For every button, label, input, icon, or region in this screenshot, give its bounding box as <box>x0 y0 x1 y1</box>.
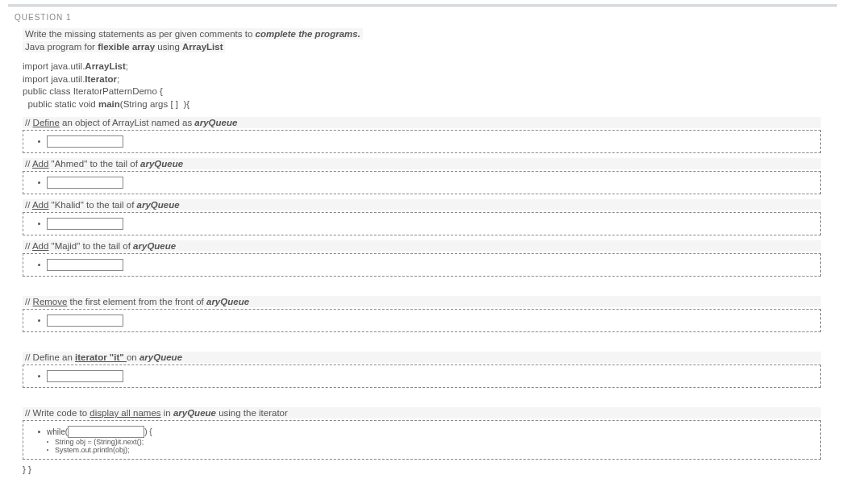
code-line: String obj = (String)it.next(); <box>55 438 144 446</box>
comment-underline: Define <box>33 118 60 127</box>
question-number: QUESTION 1 <box>8 13 837 22</box>
comment-prefix: // <box>25 159 32 169</box>
bullet-icon <box>38 223 40 225</box>
comment-underline: Add <box>32 159 48 169</box>
prompt-bold: ArrayList <box>182 42 223 52</box>
comment-emphasis: aryQueue <box>139 352 182 362</box>
comment-text: in <box>161 408 173 418</box>
comment-define-iterator: // Define an iterator "it" on aryQueue <box>23 352 821 363</box>
prompt-line-2: Java program for flexible array using Ar… <box>23 41 821 60</box>
bullet-icon <box>38 140 40 143</box>
code-bold: ArrayList <box>85 61 126 71</box>
comment-underline: Add <box>32 200 48 210</box>
bullet-icon <box>38 319 40 322</box>
comment-text: "Khalid" to the tail of <box>48 200 136 210</box>
code-text: (String args [ ] ){ <box>120 99 189 109</box>
answer-box-5 <box>23 309 821 332</box>
comment-text: // Define an <box>25 352 75 362</box>
answer-input-1[interactable] <box>47 135 123 148</box>
comment-text: "Ahmed" to the tail of <box>48 159 140 169</box>
answer-box-1 <box>23 130 821 153</box>
comment-prefix: // <box>25 118 33 127</box>
comment-emphasis: aryQueue <box>137 200 180 210</box>
answer-input-2[interactable] <box>47 177 123 189</box>
comment-text: // Write code to <box>25 408 89 418</box>
comment-emphasis: aryQueue <box>206 297 249 306</box>
code-text: public class IteratorPatternDemo { <box>23 85 821 98</box>
code-text: import java.util. <box>23 74 85 84</box>
bullet-icon <box>38 375 40 377</box>
comment-text: the first element from the front of <box>67 297 206 306</box>
bullet-icon <box>47 449 48 451</box>
prompt-text: Java program for <box>25 42 98 52</box>
prompt-text: Write the missing statements as per give… <box>25 29 255 39</box>
comment-text: using the iterator <box>216 408 288 418</box>
comment-bold-underline: iterator "it" <box>75 352 127 362</box>
code-text: import java.util. <box>23 61 85 71</box>
bullet-icon <box>47 441 48 443</box>
top-border <box>8 4 837 6</box>
answer-box-6 <box>23 364 821 388</box>
code-text: public static void <box>23 99 98 109</box>
question-content: Write the missing statements as per give… <box>8 28 837 474</box>
comment-emphasis: aryQueue <box>140 159 183 169</box>
comment-prefix: // <box>25 297 33 306</box>
comment-emphasis: aryQueue <box>194 118 237 127</box>
answer-box-7: while( ) { String obj = (String)it.next(… <box>23 420 821 460</box>
comment-text: an object of ArrayList named as <box>60 118 194 127</box>
code-bold: main <box>98 99 120 109</box>
comment-prefix: // <box>25 241 32 251</box>
comment-add-khalid: // Add "Khalid" to the tail of aryQueue <box>23 199 821 210</box>
answer-input-6[interactable] <box>47 370 123 382</box>
code-preamble: import java.util.ArrayList; import java.… <box>23 60 821 110</box>
answer-input-7[interactable] <box>68 426 144 438</box>
prompt-line-1: Write the missing statements as per give… <box>23 28 821 41</box>
comment-underline: display all names <box>89 408 160 418</box>
comment-prefix: // <box>25 200 32 210</box>
code-text: ; <box>117 74 119 84</box>
answer-input-3[interactable] <box>47 218 123 230</box>
answer-box-4 <box>23 253 821 277</box>
comment-text: on <box>127 352 139 362</box>
answer-input-4[interactable] <box>47 259 123 271</box>
closing-braces: } } <box>23 464 821 474</box>
comment-display-all: // Write code to display all names in ar… <box>23 407 821 419</box>
while-suffix: ) { <box>144 427 152 436</box>
bullet-icon <box>38 431 40 433</box>
answer-box-3 <box>23 212 821 235</box>
comment-underline: Remove <box>33 297 68 306</box>
prompt-bold: flexible array <box>98 42 155 52</box>
comment-emphasis: aryQueue <box>133 241 176 251</box>
comment-text: "Majid" to the tail of <box>48 241 133 251</box>
while-prefix: while( <box>47 427 68 436</box>
comment-remove-first: // Remove the first element from the fro… <box>23 296 821 307</box>
comment-emphasis: aryQueue <box>173 408 216 418</box>
code-text: ; <box>126 61 128 71</box>
answer-box-2 <box>23 171 821 194</box>
bullet-icon <box>38 181 40 184</box>
answer-input-5[interactable] <box>47 314 123 327</box>
comment-add-majid: // Add "Majid" to the tail of aryQueue <box>23 240 821 252</box>
prompt-emphasis: complete the programs. <box>255 29 360 39</box>
bullet-icon <box>38 264 40 266</box>
comment-add-ahmed: // Add "Ahmed" to the tail of aryQueue <box>23 158 821 169</box>
code-bold: Iterator <box>85 74 117 84</box>
prompt-text: using <box>155 42 182 52</box>
comment-underline: Add <box>32 241 48 251</box>
comment-define-arraylist: // Define an object of ArrayList named a… <box>23 117 821 128</box>
code-line: System.out.println(obj); <box>55 446 130 454</box>
